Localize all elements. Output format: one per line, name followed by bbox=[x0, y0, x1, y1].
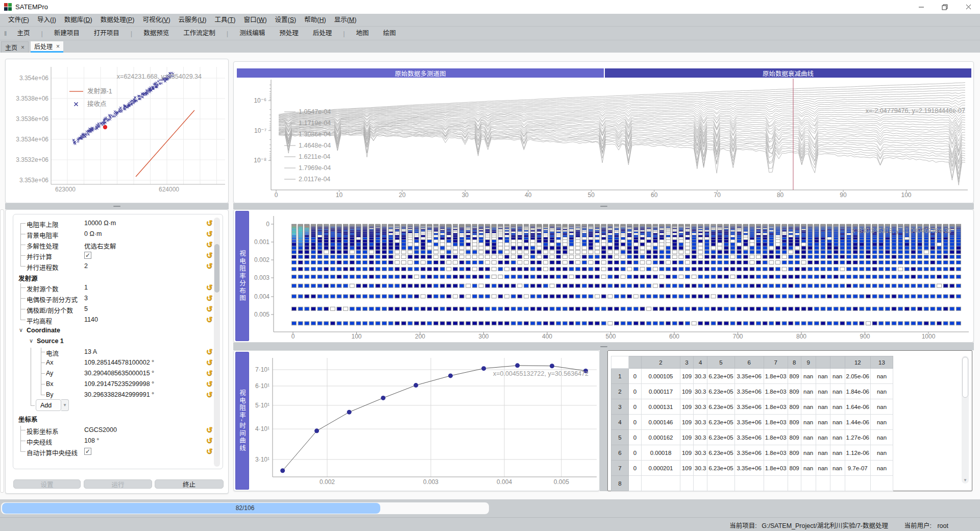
table-cell[interactable]: nan bbox=[830, 369, 845, 384]
table-cell[interactable]: 3.35e+06 bbox=[734, 445, 764, 461]
action-button-设置[interactable]: 设置 bbox=[13, 479, 81, 489]
document-tab-主页[interactable]: 主页× bbox=[1, 41, 29, 53]
table-cell[interactable]: 0.000131 bbox=[642, 399, 680, 415]
table-cell[interactable]: 0 bbox=[629, 430, 642, 445]
table-cell[interactable]: 2.05e-06 bbox=[845, 369, 870, 384]
table-row-header[interactable]: 7 bbox=[611, 461, 629, 476]
tree-expander-icon[interactable]: ∨ bbox=[19, 327, 23, 333]
table-cell[interactable]: nan bbox=[801, 430, 816, 445]
table-cell[interactable]: nan bbox=[801, 415, 816, 430]
undo-icon[interactable]: ↺ bbox=[205, 316, 213, 324]
table-column-header[interactable]: 4 bbox=[694, 356, 707, 369]
table-column-header[interactable] bbox=[816, 356, 830, 369]
menu-item-导入I[interactable]: 导入(I) bbox=[33, 14, 60, 27]
table-cell[interactable] bbox=[629, 476, 642, 491]
tab-close-icon[interactable]: × bbox=[56, 43, 60, 50]
undo-icon[interactable]: ↺ bbox=[205, 294, 213, 302]
table-cell[interactable]: 1.8e+03 bbox=[764, 415, 788, 430]
table-cell[interactable]: nan bbox=[830, 384, 845, 399]
table-cell[interactable]: nan bbox=[870, 399, 893, 415]
table-cell[interactable]: 109 bbox=[680, 415, 694, 430]
table-column-header[interactable]: 6 bbox=[734, 356, 764, 369]
table-cell[interactable] bbox=[801, 476, 816, 491]
table-cell[interactable]: 1.12e-06 bbox=[845, 445, 870, 461]
table-cell[interactable]: nan bbox=[830, 445, 845, 461]
document-tab-后处理[interactable]: 后处理× bbox=[31, 41, 63, 53]
table-cell[interactable]: 0.000105 bbox=[642, 369, 680, 384]
action-button-终止[interactable]: 终止 bbox=[155, 479, 224, 489]
table-cell[interactable]: 1.8e+03 bbox=[764, 369, 788, 384]
bottom-vertical-splitter[interactable] bbox=[600, 350, 607, 491]
menu-item-显示M[interactable]: 显示(M) bbox=[330, 14, 361, 27]
table-cell[interactable]: 109 bbox=[680, 369, 694, 384]
table-cell[interactable]: nan bbox=[801, 384, 816, 399]
table-cell[interactable]: 30.3 bbox=[694, 384, 707, 399]
checkbox-并行计算[interactable]: ✓ bbox=[84, 252, 91, 259]
menu-item-设置S[interactable]: 设置(S) bbox=[271, 14, 301, 27]
table-cell[interactable]: 809 bbox=[788, 415, 801, 430]
table-cell[interactable]: nan bbox=[816, 384, 830, 399]
table-cell[interactable]: nan bbox=[816, 399, 830, 415]
table-cell[interactable]: nan bbox=[801, 399, 816, 415]
undo-icon[interactable]: ↺ bbox=[205, 391, 213, 399]
table-cell[interactable]: 6.23e+05 bbox=[707, 399, 734, 415]
undo-icon[interactable]: ↺ bbox=[205, 369, 213, 377]
table-scrollbar-thumb[interactable] bbox=[962, 357, 968, 398]
table-row-header[interactable]: 4 bbox=[611, 415, 629, 430]
resistivity-map-chart[interactable]: 00.0010.0020.0030.0040.00501002003004005… bbox=[234, 210, 973, 342]
undo-icon[interactable]: ↺ bbox=[205, 283, 213, 292]
add-dropdown-icon[interactable]: ▼ bbox=[61, 399, 69, 411]
undo-icon[interactable]: ↺ bbox=[205, 358, 213, 367]
table-cell[interactable]: 1.84e-06 bbox=[845, 384, 870, 399]
table-cell[interactable] bbox=[734, 476, 764, 491]
table-cell[interactable]: 30.3 bbox=[694, 461, 707, 476]
table-cell[interactable]: 9.7e-07 bbox=[845, 461, 870, 476]
table-cell[interactable]: 6.23e+05 bbox=[707, 369, 734, 384]
table-cell[interactable]: nan bbox=[870, 415, 893, 430]
table-scrollbar[interactable]: ▼ bbox=[962, 356, 969, 484]
menu-item-工具T[interactable]: 工具(T) bbox=[210, 14, 239, 27]
undo-icon[interactable]: ↺ bbox=[205, 348, 213, 356]
table-cell[interactable]: 1.27e-06 bbox=[845, 430, 870, 445]
table-cell[interactable]: nan bbox=[870, 430, 893, 445]
table-cell[interactable]: 3.35e+06 bbox=[734, 399, 764, 415]
toolbar-button-3[interactable]: 后处理 bbox=[306, 27, 339, 40]
survey-map-chart[interactable]: 3.354e+063.3538e+063.3536e+063.3534e+063… bbox=[6, 59, 228, 203]
toolbar-button-1[interactable]: 新建项目 bbox=[47, 27, 87, 40]
right-splitter-2[interactable] bbox=[233, 343, 974, 350]
table-cell[interactable]: 109 bbox=[680, 445, 694, 461]
table-cell[interactable]: 809 bbox=[788, 430, 801, 445]
parameter-tree-scrollbar[interactable] bbox=[214, 218, 220, 467]
undo-icon[interactable]: ↺ bbox=[205, 230, 213, 238]
table-row-header[interactable]: 2 bbox=[611, 384, 629, 399]
table-cell[interactable] bbox=[694, 476, 707, 491]
table-cell[interactable]: 1.8e+03 bbox=[764, 445, 788, 461]
table-cell[interactable]: nan bbox=[870, 384, 893, 399]
table-cell[interactable]: nan bbox=[870, 445, 893, 461]
table-cell[interactable]: 6.23e+05 bbox=[707, 461, 734, 476]
table-cell[interactable]: 0 bbox=[629, 461, 642, 476]
table-cell[interactable]: nan bbox=[830, 430, 845, 445]
table-cell[interactable] bbox=[642, 476, 680, 491]
restore-button[interactable] bbox=[933, 0, 957, 14]
table-column-header[interactable]: 3 bbox=[680, 356, 694, 369]
table-cell[interactable]: 1.64e-06 bbox=[845, 399, 870, 415]
add-source-button[interactable]: Add bbox=[36, 399, 61, 411]
table-cell[interactable]: 3.35e+06 bbox=[734, 430, 764, 445]
menu-item-数据处理P[interactable]: 数据处理(P) bbox=[96, 14, 139, 27]
table-cell[interactable]: nan bbox=[801, 461, 816, 476]
menu-item-可视化V[interactable]: 可视化(V) bbox=[138, 14, 174, 27]
table-cell[interactable]: nan bbox=[816, 415, 830, 430]
scroll-down-icon[interactable]: ▼ bbox=[963, 478, 967, 482]
table-cell[interactable] bbox=[680, 476, 694, 491]
toolbar-button-3[interactable]: 预处理 bbox=[272, 27, 306, 40]
table-cell[interactable]: 1.8e+03 bbox=[764, 430, 788, 445]
scrollbar-thumb[interactable] bbox=[214, 244, 219, 293]
table-row-header[interactable]: 5 bbox=[611, 430, 629, 445]
table-cell[interactable]: 3.35e+06 bbox=[734, 461, 764, 476]
table-cell[interactable] bbox=[816, 476, 830, 491]
undo-icon[interactable]: ↺ bbox=[205, 426, 213, 434]
menu-item-云服务U[interactable]: 云服务(U) bbox=[175, 14, 211, 27]
tab-close-icon[interactable]: × bbox=[21, 44, 24, 51]
table-cell[interactable]: 0 bbox=[629, 399, 642, 415]
